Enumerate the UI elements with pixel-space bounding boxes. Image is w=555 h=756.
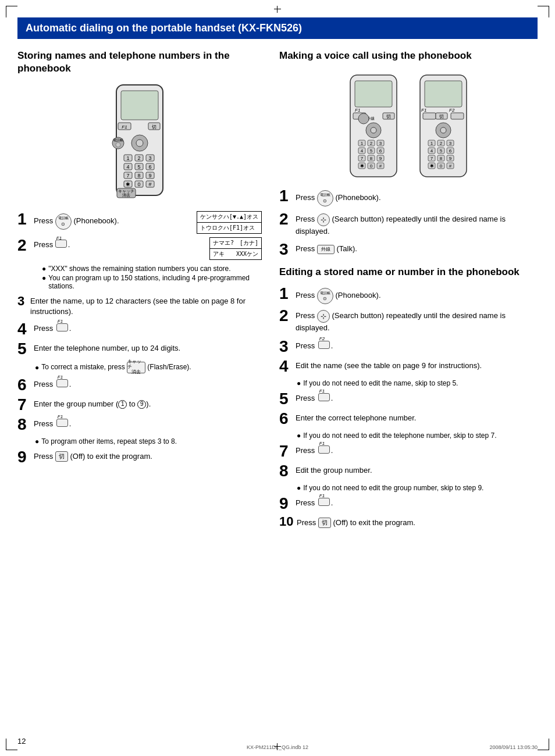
edit-step-7-content: Press F1 . (296, 443, 538, 457)
edit-step-6-content: Enter the correct telephone number. (296, 411, 538, 423)
edit-step-9: 9 Press F1 . (279, 495, 538, 512)
edit-step-10: 10 Press 切 (Off) to exit the program. (279, 515, 538, 529)
right-column: Making a voice call using the phonebook … (279, 49, 538, 532)
edit-step-num-10: 10 (279, 515, 297, 528)
off-btn-edit: 切 (318, 518, 331, 528)
svg-rect-77 (451, 113, 464, 119)
step-5-bullet: ● To correct a mistake, press キャッチ消去 (Fl… (17, 362, 262, 373)
svg-text:5: 5 (137, 164, 140, 170)
step-7-left: 7 Enter the group number (1 to 9). (17, 397, 262, 413)
edit-step-2-content: Press ⊹ (Search button) repeatedly until… (296, 308, 538, 333)
voice-section-title: Making a voice call using the phonebook (279, 49, 538, 62)
svg-text:切: 切 (439, 114, 444, 119)
svg-text:9: 9 (379, 156, 382, 161)
edit-section-title: Editing a stored name or number in the p… (279, 266, 538, 279)
step-2-left: 2 Press F1 . ナマエ? [カナ] アキ XXXケン ●"XX (17, 237, 262, 290)
svg-rect-75 (423, 113, 436, 119)
svg-text:7: 7 (361, 156, 364, 161)
edit-step-num-1: 1 (279, 286, 296, 302)
svg-point-43 (358, 113, 369, 124)
edit-step-7: 7 Press F1 . (279, 443, 538, 459)
step-2-content: Press F1 . (34, 237, 205, 251)
step-1-left: 1 Press 電話帳⊙ (Phonebook). ケンサクハ[▼.▲]オス ト… (17, 211, 262, 234)
svg-text:8: 8 (440, 156, 443, 161)
svg-text:9: 9 (148, 173, 151, 179)
main-content: Storing names and telephone numbers in t… (17, 49, 538, 532)
num-1-circle: 1 (118, 400, 127, 409)
svg-rect-73 (425, 81, 462, 107)
svg-text:2: 2 (137, 155, 140, 161)
edit-step-1: 1 Press 電話帳⊙ (Phonebook). (279, 286, 538, 304)
voice-step-num-1: 1 (279, 188, 296, 204)
edit-step-num-6: 6 (279, 411, 296, 427)
talk-btn-v3: 外線 (317, 245, 335, 254)
svg-text:6: 6 (148, 164, 151, 170)
edit-step-num-8: 8 (279, 463, 296, 479)
step-8-bullet: ●To program other items, repeat steps 3 … (17, 437, 262, 445)
svg-text:4: 4 (361, 148, 364, 154)
edit-step-8: 8 Edit the group number. ●If you do not … (279, 463, 538, 492)
left-column: Storing names and telephone numbers in t… (17, 49, 262, 532)
svg-text:8: 8 (370, 156, 373, 161)
header-banner: Automatic dialing on the portable handse… (17, 17, 538, 39)
svg-text:7: 7 (126, 173, 129, 179)
svg-text:✱: ✱ (360, 163, 364, 169)
svg-point-37 (116, 142, 120, 147)
footer-left: KX-PM211DL_QG.indb 12 (247, 744, 308, 750)
phone-svg-right: F1 外線 切 1 2 (339, 69, 478, 180)
edit-step-8-bullet: ●If you do not need to edit the group nu… (279, 484, 538, 492)
step-4-content: Press F1 . (34, 321, 262, 334)
edit-step-4: 4 Edit the name (see the table on page 9… (279, 358, 538, 387)
search-btn-v2: ⊹ (317, 213, 330, 226)
svg-text:F1: F1 (421, 108, 426, 113)
left-section-title: Storing names and telephone numbers in t… (17, 49, 262, 75)
edit-step-6-bullet: ●If you do not need to edit the telephon… (279, 432, 538, 440)
corner-mark-br (538, 739, 549, 750)
svg-point-81 (440, 127, 446, 133)
step-6-content: Press F1 . (34, 377, 262, 390)
svg-text:0: 0 (370, 163, 373, 169)
svg-rect-39 (355, 81, 392, 107)
footer-info: KX-PM211DL_QG.indb 12 (247, 744, 308, 750)
page-container: Automatic dialing on the portable handse… (0, 0, 555, 756)
voice-step-num-2: 2 (279, 211, 296, 227)
page-number: 12 (17, 737, 26, 746)
svg-text:キャッチ: キャッチ (118, 189, 134, 193)
svg-text:1: 1 (431, 141, 433, 146)
svg-text:F1: F1 (355, 108, 360, 113)
corner-mark-tr (538, 6, 549, 17)
svg-text:3: 3 (449, 141, 452, 146)
svg-text:#: # (449, 163, 452, 169)
svg-text:1: 1 (361, 141, 364, 146)
voice-step-1: 1 Press 電話帳⊙ (Phonebook). (279, 188, 538, 206)
svg-rect-1 (121, 91, 158, 120)
edit-step-num-2: 2 (279, 308, 296, 324)
step-9-content: Press 切 (Off) to exit the program. (34, 449, 262, 462)
step-2-display: ナマエ? [カナ] アキ XXXケン (209, 237, 262, 260)
svg-text:4: 4 (431, 148, 433, 154)
step-5-content: Enter the telephone number, up to 24 dig… (34, 341, 262, 354)
step-6-left: 6 Press F1 . (17, 377, 262, 393)
voice-step-num-3: 3 (279, 241, 296, 258)
handset-diagram-left: F1 切 1 2 3 4 (17, 82, 262, 204)
edit-step-num-3: 3 (279, 338, 296, 355)
edit-step-2: 2 Press ⊹ (Search button) repeatedly unt… (279, 308, 538, 333)
svg-text:6: 6 (449, 148, 452, 154)
svg-text:8: 8 (137, 173, 140, 179)
page-title: Automatic dialing on the portable handse… (26, 22, 302, 34)
step-num-1: 1 (17, 211, 34, 227)
step-3-content: Enter the name, up to 12 characters (see… (30, 294, 262, 317)
step-num-2: 2 (17, 237, 34, 254)
svg-text:1: 1 (126, 155, 129, 161)
phonebook-btn-v1: 電話帳⊙ (317, 190, 333, 206)
voice-step-3-content: Press 外線 (Talk). (296, 241, 538, 254)
step-num-5: 5 (17, 341, 34, 357)
step-1-display: ケンサクハ[▼.▲]オス トウロクハ[F1]オス (197, 211, 262, 234)
corner-mark-bl (6, 739, 17, 750)
svg-text:F2: F2 (449, 108, 455, 113)
step-num-3: 3 (17, 294, 30, 308)
svg-text:0: 0 (137, 181, 140, 187)
edit-step-6: 6 Enter the correct telephone number. ●I… (279, 411, 538, 440)
svg-text:2: 2 (370, 141, 373, 146)
cross-top (274, 6, 281, 13)
